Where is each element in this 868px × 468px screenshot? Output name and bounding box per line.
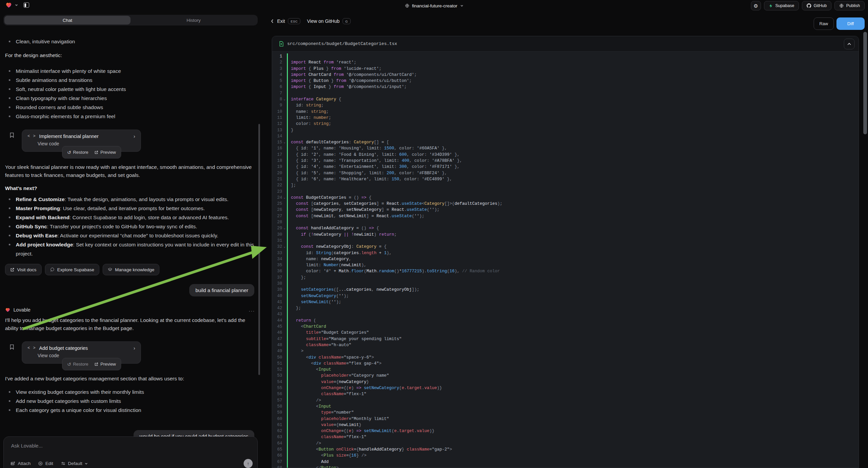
line-number: 63 (272, 434, 282, 440)
code-text: className="flex-1" (288, 434, 366, 440)
line-number: 65 (272, 446, 282, 452)
code-text (288, 238, 291, 244)
code-text: color: '#' + Math.floor(Math.random()*16… (288, 268, 500, 274)
line-number: 53 (272, 373, 282, 379)
mode-select[interactable]: Default (61, 461, 88, 466)
code-text: setCategories([...categories, newCategor… (288, 287, 420, 293)
view-code-link[interactable]: View code (28, 141, 135, 146)
line-number: 10 (272, 109, 282, 115)
code-line: 51 <div className="flex gap-4"> (272, 360, 859, 367)
logo-chevron-down-icon[interactable] (15, 3, 18, 7)
code-text: } (288, 127, 293, 133)
line-number: 56 (272, 391, 282, 397)
restore-button[interactable]: ↺Restore (67, 150, 88, 155)
github-button[interactable]: GitHub (802, 1, 831, 10)
publish-button[interactable]: Publish (834, 1, 865, 10)
list-item: Soft, neutral color palette with light b… (5, 85, 254, 94)
fold-gutter (282, 213, 287, 219)
preview-button[interactable]: Preview (94, 361, 116, 367)
manage-knowledge-button[interactable]: Manage knowledge (103, 264, 159, 275)
code-text: value={newLimit} (288, 422, 361, 428)
fold-chevron-icon[interactable]: ⌄ (282, 225, 287, 231)
bookmark-icon[interactable] (9, 344, 15, 350)
code-line: 67 Add (272, 459, 859, 465)
chat-scrollbar[interactable] (258, 124, 260, 375)
code-text (288, 189, 291, 195)
code-line: 63 className="flex-1" (272, 434, 859, 440)
composer-input[interactable]: Ask Lovable... (11, 443, 42, 448)
chevron-up-icon (847, 42, 851, 45)
line-number: 19 (272, 164, 282, 170)
explore-supabase-button[interactable]: Explore Supabase (45, 264, 99, 275)
visit-docs-button[interactable]: Visit docs (5, 264, 41, 275)
esc-key-badge: ESC (288, 18, 300, 24)
code-editor[interactable]: 12import React from 'react';3import { Pl… (272, 52, 859, 468)
view-code-link[interactable]: View code (28, 353, 135, 358)
fold-chevron-icon[interactable]: ⌄ (282, 195, 287, 201)
code-view-header: Exit ESC View on GitHub G Raw Diff (261, 11, 868, 35)
code-line: 6import { Input } from '@/components/ui/… (272, 84, 859, 90)
line-number: 17 (272, 152, 282, 158)
collapse-file-button[interactable] (844, 39, 855, 49)
line-number: 30 (272, 232, 282, 238)
code-line: 50 <div className="space-y-6"> (272, 354, 859, 360)
line-number: 37 (272, 274, 282, 281)
line-number: 16 (272, 145, 282, 151)
attach-button[interactable]: Attach (10, 461, 31, 466)
line-number: 57 (272, 398, 282, 404)
settings-button[interactable]: ⚙ (751, 1, 761, 10)
line-number: 41 (272, 299, 282, 305)
code-text: <Plus size={16} /> (288, 452, 366, 459)
list-item: Minimalist interface with plenty of whit… (5, 66, 254, 76)
edit-button[interactable]: Edit (38, 461, 53, 466)
fold-gutter (282, 434, 287, 440)
fold-gutter (282, 305, 287, 311)
sidebar-toggle-icon[interactable] (24, 2, 29, 8)
list-item: Master Prompting: Use clear, detailed, a… (5, 204, 255, 213)
version-card-title: Add budget categories (39, 346, 130, 351)
fold-chevron-icon[interactable]: ⌄ (282, 96, 287, 103)
lovable-logo-icon[interactable] (5, 2, 12, 8)
fold-gutter (282, 176, 287, 182)
supabase-button[interactable]: Supabase (764, 1, 799, 10)
scrolled-bullet-list: Clean, intuitive navigation (5, 37, 254, 46)
diff-toggle-button[interactable]: Diff (836, 18, 865, 30)
bookmark-icon[interactable] (9, 132, 15, 138)
tab-history[interactable]: History (130, 16, 257, 25)
fold-chevron-icon[interactable]: ⌄ (282, 244, 287, 250)
exit-button[interactable]: Exit ESC (271, 18, 300, 24)
restore-button[interactable]: ↺Restore (67, 361, 88, 367)
code-scrollbar[interactable] (863, 32, 867, 134)
chat-panel: Chat History Clean, intuitive navigation… (0, 11, 261, 468)
fold-gutter (282, 90, 287, 96)
fold-gutter (282, 330, 287, 336)
line-number: 47 (272, 336, 282, 342)
fold-gutter (282, 459, 287, 465)
fold-gutter (282, 170, 287, 176)
code-line: 56 className="flex-1" (272, 391, 859, 397)
tab-chat[interactable]: Chat (4, 16, 130, 25)
list-item: Each category gets a unique color for vi… (5, 406, 254, 415)
fold-gutter (282, 238, 287, 244)
message-menu-button[interactable]: ... (249, 307, 255, 313)
code-line: 10 name: string; (272, 109, 859, 115)
code-text: { id: '1', name: 'Housing', limit: 1500,… (288, 145, 447, 151)
code-text: if (!newCategory || !newLimit) return; (288, 232, 397, 238)
preview-button[interactable]: Preview (94, 150, 116, 155)
code-line: 21 { id: '6', name: 'Healthcare', limit:… (272, 176, 859, 182)
list-item: Debug with Ease: Activate our experiment… (5, 231, 255, 240)
publish-globe-icon (839, 3, 844, 8)
file-path-bar[interactable]: src/components/budget/BudgetCategories.t… (272, 36, 859, 52)
fold-chevron-icon[interactable]: ⌄ (282, 139, 287, 145)
code-line: 27 const [newLimit, setNewLimit] = React… (272, 213, 859, 219)
view-on-github-button[interactable]: View on GitHub G (307, 18, 351, 24)
send-button[interactable]: ↑ (244, 459, 253, 468)
code-text: <div className="flex gap-4"> (288, 360, 381, 367)
project-switcher[interactable]: financial-future-creator (405, 0, 463, 11)
raw-toggle-button[interactable]: Raw (814, 18, 834, 30)
code-text: const [categories, setCategories] = Reac… (288, 201, 502, 207)
line-number: 1 (272, 53, 282, 59)
list-item: Refine & Customize: Tweak the design, an… (5, 195, 255, 204)
code-line: 42 }; (272, 305, 859, 311)
code-line: 1 (272, 53, 859, 59)
